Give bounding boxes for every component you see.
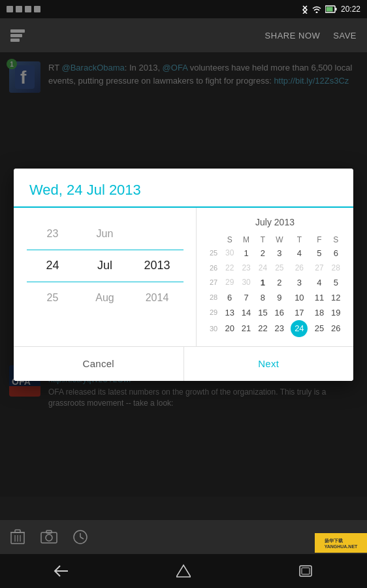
cal-day-6b[interactable]: 6 [221,290,238,305]
cal-day-25[interactable]: 25 [311,320,327,337]
cal-day-prev29: 29 [221,275,238,290]
picker-active-day-col[interactable]: 24 [27,250,79,282]
picker-next-day: 25 [27,282,79,314]
save-button[interactable]: SAVE [333,31,357,41]
back-button[interactable] [46,559,77,583]
clock-icon[interactable] [73,530,88,544]
cal-day-24-selected[interactable]: 24 [288,320,311,337]
cal-day-13[interactable]: 13 [221,305,238,320]
calendar-table: S M T W T F S 25 [206,234,344,337]
picker-next-month-col: Aug [79,282,131,314]
svg-marker-26 [176,565,191,577]
week-num-25: 25 [206,246,221,261]
cal-day-1[interactable]: 1 [238,246,254,261]
cal-day-18[interactable]: 18 [311,305,327,320]
calendar-row-28: 28 6 7 8 [206,290,344,305]
cal-day-jul3[interactable]: 3 [288,275,311,290]
cal-day-jul4[interactable]: 4 [311,275,327,290]
cal-day-5[interactable]: 5 [311,246,327,261]
notification-icons [7,5,52,14]
day-header-t1: T [255,234,271,246]
cal-day-11[interactable]: 11 [311,290,327,305]
calendar-title: July 2013 [206,217,344,227]
cal-day-3[interactable]: 3 [271,246,287,261]
cal-day-17[interactable]: 17 [288,305,311,320]
cal-day-16[interactable]: 16 [271,305,287,320]
cal-day-2[interactable]: 2 [255,246,271,261]
cal-day-prev27: 27 [311,261,327,275]
cal-day-prev25: 25 [271,261,287,275]
calendar-row-26: 26 22 23 24 [206,261,344,275]
cal-day-12[interactable]: 12 [328,290,344,305]
picker-active-year-col[interactable]: 2013 [131,250,184,282]
cal-day-7[interactable]: 7 [238,290,254,305]
home-icon [176,564,191,578]
next-button[interactable]: Next [184,347,354,381]
cal-day-4[interactable]: 4 [288,246,311,261]
status-icons-right: 20:22 [302,5,360,14]
cal-day-19[interactable]: 19 [328,305,344,320]
recents-icon [299,565,312,577]
svg-rect-28 [302,568,310,574]
recents-button[interactable] [290,559,321,583]
watermark-text: 扬华下载YANGHUA.NET [325,538,358,549]
home-button[interactable] [168,559,199,583]
picker-next-row: 25 Aug 2014 [14,282,196,314]
status-time: 20:22 [341,5,360,14]
cal-day-prev30: 30 [238,275,254,290]
modal-overlay: Wed, 24 Jul 2013 23 Jun - [0,52,367,497]
dialog-footer: Cancel Next [14,346,353,381]
cal-day-9[interactable]: 9 [271,290,287,305]
picker-year-col: - [131,218,184,250]
status-bar: 20:22 [0,0,367,18]
week-num-30: 30 [206,320,221,337]
day-header-s2: S [328,234,344,246]
date-spinner: 23 Jun - 24 [14,208,197,346]
cal-day-6[interactable]: 6 [328,246,344,261]
share-now-button[interactable]: SHARE NOW [265,31,321,41]
bottom-toolbar: 4843 [0,520,367,554]
cal-day-jul1[interactable]: 1 [255,275,271,290]
picker-active-month-col[interactable]: Jul [79,250,131,282]
top-bar: SHARE NOW SAVE [0,18,367,52]
trash-icon[interactable] [10,529,25,545]
picker-day-col: 23 [27,218,79,250]
cal-day-20[interactable]: 20 [221,320,238,337]
week-num-29: 29 [206,305,221,320]
svg-rect-6 [335,8,336,10]
cal-day-15[interactable]: 15 [255,305,271,320]
cal-day-22[interactable]: 22 [255,320,271,337]
dialog-body: 23 Jun - 24 [14,208,353,346]
cal-day-jul2[interactable]: 2 [271,275,287,290]
picker-active-row: 24 Jul 2013 [14,250,196,282]
picker-next-day-col: 25 [27,282,79,314]
bluetooth-icon [302,5,308,14]
picker-prev-month: Jun [79,218,131,250]
wifi-icon [312,5,321,13]
cal-day-10[interactable]: 10 [288,290,311,305]
cal-day-21[interactable]: 21 [238,320,254,337]
picker-next-year: 2014 [131,282,184,314]
cal-day-prev22: 22 [221,261,238,275]
svg-point-20 [46,534,52,541]
cancel-button[interactable]: Cancel [14,347,184,381]
svg-rect-7 [326,7,332,12]
calendar-row-30: 30 20 21 22 [206,320,344,337]
svg-line-24 [80,537,84,539]
day-header-m: M [238,234,254,246]
cal-day-prev24: 24 [255,261,271,275]
app-logo [10,29,25,42]
cal-day-23[interactable]: 23 [271,320,287,337]
cal-day-prev28: 28 [328,261,344,275]
svg-rect-2 [25,6,31,12]
content-area: 1 f RT @BarackObama: In 2013, @OFA volun… [0,52,367,497]
svg-rect-1 [16,6,22,12]
cal-day-26[interactable]: 26 [328,320,344,337]
svg-point-4 [315,12,317,14]
cal-day-14[interactable]: 14 [238,305,254,320]
cal-day-jul5[interactable]: 5 [328,275,344,290]
battery-icon [325,5,337,13]
cal-day-8[interactable]: 8 [255,290,271,305]
camera-icon[interactable] [40,530,57,544]
picker-next-month: Aug [79,282,131,314]
